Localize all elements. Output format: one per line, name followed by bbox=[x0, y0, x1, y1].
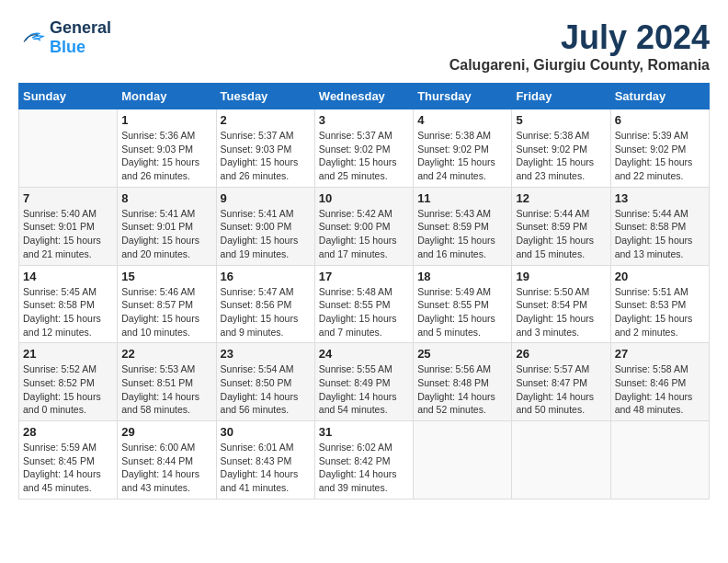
calendar-cell bbox=[512, 421, 610, 500]
header-tuesday: Tuesday bbox=[216, 84, 314, 109]
calendar-cell: 12Sunrise: 5:44 AM Sunset: 8:59 PM Dayli… bbox=[512, 187, 610, 265]
calendar-cell: 16Sunrise: 5:47 AM Sunset: 8:56 PM Dayli… bbox=[216, 265, 314, 343]
day-number: 8 bbox=[121, 191, 211, 205]
day-info: Sunrise: 5:53 AM Sunset: 8:51 PM Dayligh… bbox=[121, 362, 211, 417]
calendar-cell: 26Sunrise: 5:57 AM Sunset: 8:47 PM Dayli… bbox=[512, 343, 610, 421]
calendar-cell: 7Sunrise: 5:40 AM Sunset: 9:01 PM Daylig… bbox=[19, 187, 118, 265]
header-saturday: Saturday bbox=[610, 84, 709, 109]
day-info: Sunrise: 5:59 AM Sunset: 8:45 PM Dayligh… bbox=[23, 441, 113, 495]
day-info: Sunrise: 5:47 AM Sunset: 8:56 PM Dayligh… bbox=[221, 285, 311, 339]
calendar-cell: 29Sunrise: 6:00 AM Sunset: 8:44 PM Dayli… bbox=[118, 421, 216, 500]
calendar-week-row: 1Sunrise: 5:36 AM Sunset: 9:03 PM Daylig… bbox=[19, 109, 710, 188]
day-number: 4 bbox=[417, 113, 507, 127]
day-number: 6 bbox=[615, 113, 705, 127]
calendar-cell: 24Sunrise: 5:55 AM Sunset: 8:49 PM Dayli… bbox=[314, 343, 413, 421]
day-info: Sunrise: 5:40 AM Sunset: 9:01 PM Dayligh… bbox=[23, 207, 113, 261]
day-info: Sunrise: 5:50 AM Sunset: 8:54 PM Dayligh… bbox=[516, 285, 606, 339]
day-info: Sunrise: 5:44 AM Sunset: 8:59 PM Dayligh… bbox=[516, 207, 606, 261]
day-info: Sunrise: 5:44 AM Sunset: 8:58 PM Dayligh… bbox=[615, 207, 705, 261]
day-number: 14 bbox=[23, 270, 113, 283]
day-info: Sunrise: 5:57 AM Sunset: 8:47 PM Dayligh… bbox=[516, 362, 606, 417]
calendar-cell: 10Sunrise: 5:42 AM Sunset: 9:00 PM Dayli… bbox=[314, 187, 413, 265]
header-wednesday: Wednesday bbox=[314, 84, 413, 109]
day-info: Sunrise: 5:56 AM Sunset: 8:48 PM Dayligh… bbox=[417, 362, 507, 417]
day-info: Sunrise: 5:51 AM Sunset: 8:53 PM Dayligh… bbox=[615, 285, 705, 339]
day-number: 21 bbox=[23, 347, 113, 361]
day-number: 10 bbox=[319, 191, 409, 205]
calendar-week-row: 14Sunrise: 5:45 AM Sunset: 8:58 PM Dayli… bbox=[19, 265, 710, 343]
calendar-cell: 5Sunrise: 5:38 AM Sunset: 9:02 PM Daylig… bbox=[512, 109, 610, 188]
day-info: Sunrise: 5:46 AM Sunset: 8:57 PM Dayligh… bbox=[121, 285, 211, 339]
day-number: 16 bbox=[221, 270, 311, 283]
calendar-cell: 9Sunrise: 5:41 AM Sunset: 9:00 PM Daylig… bbox=[216, 187, 314, 265]
day-number: 7 bbox=[23, 191, 113, 205]
calendar-cell bbox=[19, 109, 118, 188]
calendar-cell: 1Sunrise: 5:36 AM Sunset: 9:03 PM Daylig… bbox=[118, 109, 216, 188]
calendar-header-row: SundayMondayTuesdayWednesdayThursdayFrid… bbox=[19, 84, 710, 109]
day-info: Sunrise: 5:41 AM Sunset: 9:01 PM Dayligh… bbox=[121, 207, 211, 261]
calendar-cell: 22Sunrise: 5:53 AM Sunset: 8:51 PM Dayli… bbox=[118, 343, 216, 421]
calendar-table: SundayMondayTuesdayWednesdayThursdayFrid… bbox=[18, 83, 710, 500]
calendar-cell: 13Sunrise: 5:44 AM Sunset: 8:58 PM Dayli… bbox=[610, 187, 709, 265]
calendar-cell: 25Sunrise: 5:56 AM Sunset: 8:48 PM Dayli… bbox=[414, 343, 512, 421]
day-info: Sunrise: 5:37 AM Sunset: 9:02 PM Dayligh… bbox=[319, 129, 409, 183]
day-number: 25 bbox=[417, 347, 507, 361]
day-number: 24 bbox=[319, 347, 409, 361]
calendar-cell: 20Sunrise: 5:51 AM Sunset: 8:53 PM Dayli… bbox=[610, 265, 709, 343]
day-info: Sunrise: 5:36 AM Sunset: 9:03 PM Dayligh… bbox=[121, 129, 211, 183]
calendar-cell: 23Sunrise: 5:54 AM Sunset: 8:50 PM Dayli… bbox=[216, 343, 314, 421]
day-info: Sunrise: 5:52 AM Sunset: 8:52 PM Dayligh… bbox=[23, 362, 113, 417]
day-number: 19 bbox=[516, 270, 606, 283]
calendar-cell: 3Sunrise: 5:37 AM Sunset: 9:02 PM Daylig… bbox=[314, 109, 413, 188]
logo-icon bbox=[18, 27, 46, 49]
day-number: 1 bbox=[121, 113, 211, 127]
calendar-week-row: 21Sunrise: 5:52 AM Sunset: 8:52 PM Dayli… bbox=[19, 343, 710, 421]
header-friday: Friday bbox=[512, 84, 610, 109]
calendar-cell: 15Sunrise: 5:46 AM Sunset: 8:57 PM Dayli… bbox=[118, 265, 216, 343]
day-number: 15 bbox=[121, 270, 211, 283]
day-info: Sunrise: 5:48 AM Sunset: 8:55 PM Dayligh… bbox=[319, 285, 409, 339]
day-info: Sunrise: 5:38 AM Sunset: 9:02 PM Dayligh… bbox=[417, 129, 507, 183]
day-number: 11 bbox=[417, 191, 507, 205]
day-number: 23 bbox=[221, 347, 311, 361]
calendar-cell: 4Sunrise: 5:38 AM Sunset: 9:02 PM Daylig… bbox=[414, 109, 512, 188]
header-thursday: Thursday bbox=[414, 84, 512, 109]
day-number: 26 bbox=[516, 347, 606, 361]
month-year-title: July 2024 bbox=[449, 18, 710, 57]
day-info: Sunrise: 5:54 AM Sunset: 8:50 PM Dayligh… bbox=[221, 362, 311, 417]
day-number: 18 bbox=[417, 270, 507, 283]
day-info: Sunrise: 6:02 AM Sunset: 8:42 PM Dayligh… bbox=[319, 441, 409, 495]
calendar-cell: 19Sunrise: 5:50 AM Sunset: 8:54 PM Dayli… bbox=[512, 265, 610, 343]
day-info: Sunrise: 5:41 AM Sunset: 9:00 PM Dayligh… bbox=[221, 207, 311, 261]
logo-text: General Blue bbox=[50, 18, 111, 57]
day-info: Sunrise: 6:01 AM Sunset: 8:43 PM Dayligh… bbox=[221, 441, 311, 495]
calendar-cell: 2Sunrise: 5:37 AM Sunset: 9:03 PM Daylig… bbox=[216, 109, 314, 188]
day-number: 28 bbox=[23, 425, 113, 439]
day-info: Sunrise: 6:00 AM Sunset: 8:44 PM Dayligh… bbox=[121, 441, 211, 495]
calendar-week-row: 28Sunrise: 5:59 AM Sunset: 8:45 PM Dayli… bbox=[19, 421, 710, 500]
day-number: 29 bbox=[121, 425, 211, 439]
day-number: 31 bbox=[319, 425, 409, 439]
calendar-cell: 11Sunrise: 5:43 AM Sunset: 8:59 PM Dayli… bbox=[414, 187, 512, 265]
calendar-cell: 17Sunrise: 5:48 AM Sunset: 8:55 PM Dayli… bbox=[314, 265, 413, 343]
day-number: 5 bbox=[516, 113, 606, 127]
day-number: 13 bbox=[615, 191, 705, 205]
day-number: 9 bbox=[221, 191, 311, 205]
day-info: Sunrise: 5:38 AM Sunset: 9:02 PM Dayligh… bbox=[516, 129, 606, 183]
day-number: 2 bbox=[221, 113, 311, 127]
day-info: Sunrise: 5:43 AM Sunset: 8:59 PM Dayligh… bbox=[417, 207, 507, 261]
calendar-cell: 14Sunrise: 5:45 AM Sunset: 8:58 PM Dayli… bbox=[19, 265, 118, 343]
day-number: 30 bbox=[221, 425, 311, 439]
day-info: Sunrise: 5:45 AM Sunset: 8:58 PM Dayligh… bbox=[23, 285, 113, 339]
header-monday: Monday bbox=[118, 84, 216, 109]
day-number: 12 bbox=[516, 191, 606, 205]
day-info: Sunrise: 5:37 AM Sunset: 9:03 PM Dayligh… bbox=[221, 129, 311, 183]
header-sunday: Sunday bbox=[19, 84, 118, 109]
title-section: July 2024 Calugareni, Giurgiu County, Ro… bbox=[449, 18, 710, 74]
calendar-cell: 21Sunrise: 5:52 AM Sunset: 8:52 PM Dayli… bbox=[19, 343, 118, 421]
calendar-cell: 30Sunrise: 6:01 AM Sunset: 8:43 PM Dayli… bbox=[216, 421, 314, 500]
calendar-cell: 27Sunrise: 5:58 AM Sunset: 8:46 PM Dayli… bbox=[610, 343, 709, 421]
calendar-cell: 8Sunrise: 5:41 AM Sunset: 9:01 PM Daylig… bbox=[118, 187, 216, 265]
day-info: Sunrise: 5:55 AM Sunset: 8:49 PM Dayligh… bbox=[319, 362, 409, 417]
day-number: 22 bbox=[121, 347, 211, 361]
